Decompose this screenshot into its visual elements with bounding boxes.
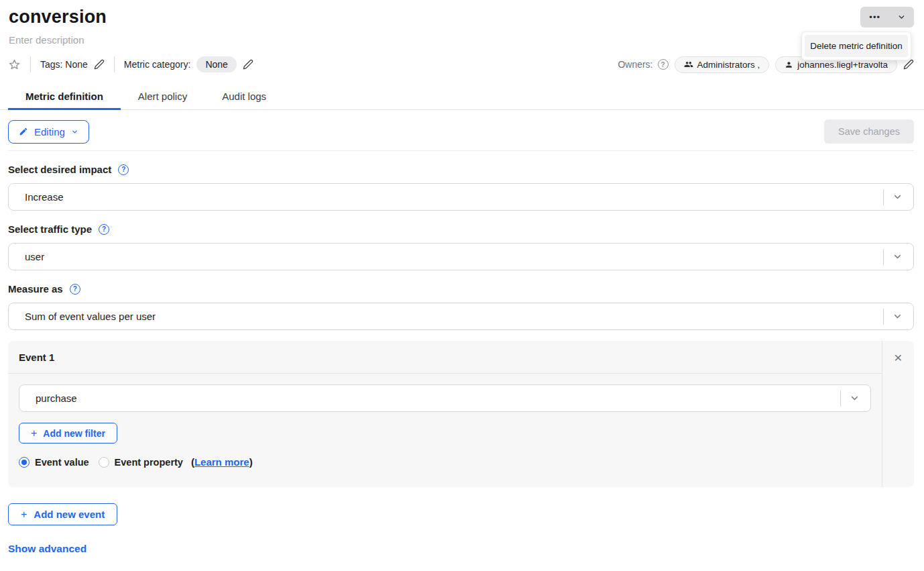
chevron-down-icon <box>71 128 78 136</box>
tab-metric-definition[interactable]: Metric definition <box>8 84 121 109</box>
description-placeholder[interactable]: Enter description <box>9 34 914 46</box>
actions-menu: Delete metric definition <box>801 32 911 60</box>
chevron-down-icon <box>892 311 903 321</box>
add-filter-label: Add new filter <box>43 428 105 439</box>
event-title: Event 1 <box>8 341 882 374</box>
select-right <box>883 244 913 270</box>
edit-tags-button[interactable] <box>94 59 105 70</box>
metric-definition-page: ••• Delete metric definition conversion … <box>0 0 924 571</box>
tags-label: Tags: None <box>40 59 88 70</box>
plus-icon: + <box>31 428 37 439</box>
divider <box>8 150 914 151</box>
save-changes-button[interactable]: Save changes <box>824 119 914 144</box>
divider <box>883 249 884 265</box>
event-measure-radio-group: Event value Event property (Learn more) <box>19 456 871 468</box>
radio-event-property-label[interactable]: Event property <box>115 457 183 468</box>
pencil-icon <box>903 59 914 70</box>
learn-more-wrap: (Learn more) <box>191 456 253 468</box>
owner-name: johannes.liegl+travolta <box>797 60 888 70</box>
event-card-main: Event 1 purchase + Add new filter <box>8 341 882 487</box>
divider <box>883 189 884 205</box>
pencil-icon <box>243 59 253 70</box>
owners-help-icon[interactable]: ? <box>658 59 669 70</box>
divider <box>883 309 884 325</box>
owners-label: Owners: <box>618 59 652 70</box>
impact-help-icon[interactable]: ? <box>118 164 129 175</box>
select-right <box>883 303 913 329</box>
traffic-help-icon[interactable]: ? <box>99 224 109 235</box>
person-icon <box>785 60 793 69</box>
event-name-value: purchase <box>36 393 77 404</box>
pencil-icon <box>94 59 105 70</box>
chevron-down-icon <box>892 252 903 262</box>
learn-more-link[interactable]: Learn more <box>194 456 249 468</box>
close-icon: × <box>894 350 902 365</box>
edit-owners-button[interactable] <box>903 59 914 70</box>
add-new-filter-button[interactable]: + Add new filter <box>19 423 117 444</box>
radio-event-value-label[interactable]: Event value <box>35 457 89 468</box>
editing-mode-button[interactable]: Editing <box>8 120 89 144</box>
metric-category-badge[interactable]: None <box>196 56 236 72</box>
divider <box>840 391 841 407</box>
measure-select-value: Sum of event values per user <box>25 311 156 322</box>
edit-category-button[interactable] <box>243 59 253 70</box>
favorite-star-button[interactable] <box>8 58 21 71</box>
event-card-rail: × <box>882 341 914 487</box>
measure-help-icon[interactable]: ? <box>70 284 80 295</box>
editing-label: Editing <box>34 126 65 138</box>
traffic-label-text: Select traffic type <box>8 223 92 235</box>
traffic-select-value: user <box>25 251 44 262</box>
chevron-down-icon <box>850 393 860 403</box>
impact-field-label: Select desired impact ? <box>8 164 914 175</box>
tab-alert-policy[interactable]: Alert policy <box>121 84 205 109</box>
traffic-select[interactable]: user <box>8 243 914 270</box>
radio-event-property[interactable] <box>99 457 109 468</box>
traffic-field-label: Select traffic type ? <box>8 223 914 235</box>
impact-select-value: Increase <box>25 191 64 203</box>
actions-dropdown-button[interactable] <box>889 7 914 28</box>
header-actions-group: ••• <box>860 7 914 28</box>
event-card: Event 1 purchase + Add new filter <box>8 341 914 487</box>
star-icon <box>8 58 21 71</box>
more-options-button[interactable]: ••• <box>860 7 889 28</box>
toolbar: Editing Save changes <box>8 119 914 144</box>
select-right <box>883 184 913 210</box>
tab-audit-logs[interactable]: Audit logs <box>205 84 284 109</box>
chevron-down-icon <box>892 192 903 202</box>
event-name-select[interactable]: purchase <box>19 384 871 412</box>
measure-label-text: Measure as <box>8 283 63 295</box>
impact-label-text: Select desired impact <box>8 164 111 175</box>
radio-event-value[interactable] <box>19 457 30 468</box>
measure-field-label: Measure as ? <box>8 283 914 295</box>
divider <box>30 56 31 72</box>
chevron-down-icon <box>897 13 906 21</box>
select-right <box>840 385 870 411</box>
impact-select[interactable]: Increase <box>8 183 914 211</box>
measure-select[interactable]: Sum of event values per user <box>8 303 914 330</box>
page-title: conversion <box>9 7 914 28</box>
add-event-label: Add new event <box>34 509 105 520</box>
meta-left: Tags: None Metric category: None <box>8 56 253 72</box>
divider <box>114 56 115 72</box>
tab-bar: Metric definition Alert policy Audit log… <box>0 84 924 110</box>
pencil-icon <box>19 127 28 136</box>
show-advanced-link[interactable]: Show advanced <box>8 543 86 555</box>
event-body: purchase + Add new filter <box>8 374 882 478</box>
paren-close: ) <box>249 456 253 468</box>
metric-category-label: Metric category: <box>124 59 191 70</box>
menu-item-delete-metric[interactable]: Delete metric definition <box>805 35 908 57</box>
owner-name: Administrators , <box>697 60 760 70</box>
meta-row: Tags: None Metric category: None Owners:… <box>8 56 914 73</box>
remove-event-button[interactable]: × <box>889 348 908 366</box>
people-icon <box>684 60 693 69</box>
plus-icon: + <box>21 509 27 520</box>
add-new-event-button[interactable]: + Add new event <box>8 503 117 525</box>
owner-badge-administrators[interactable]: Administrators , <box>675 56 770 73</box>
more-icon: ••• <box>869 12 880 22</box>
